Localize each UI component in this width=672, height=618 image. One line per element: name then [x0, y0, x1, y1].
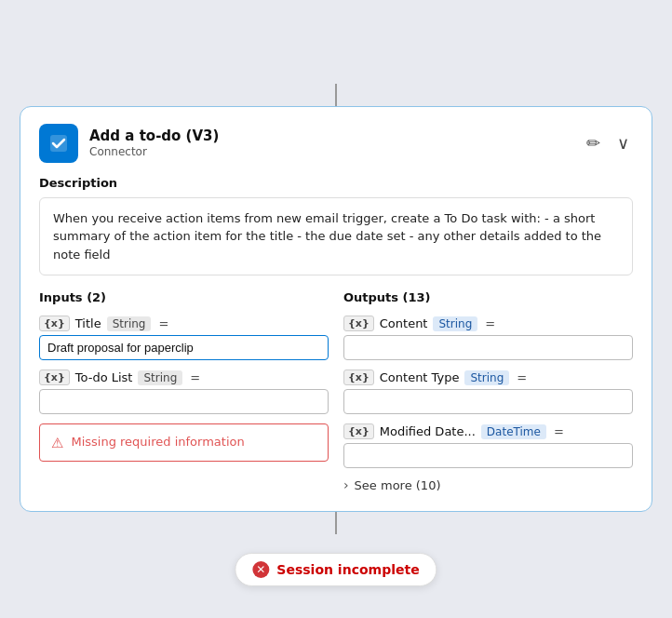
- session-error-icon: ✕: [252, 561, 269, 578]
- connector-title: Add a to-do (V3): [89, 128, 219, 144]
- see-more-button[interactable]: › See more (10): [343, 477, 633, 492]
- see-more-label: See more (10): [355, 478, 441, 492]
- outputs-label: Outputs (13): [343, 290, 633, 304]
- input-title-tag-row: {x} Title String =: [39, 316, 329, 331]
- connector-card: Add a to-do (V3) Connector ✏ ∨ Descripti…: [20, 106, 652, 513]
- header-left: Add a to-do (V3) Connector: [39, 124, 219, 163]
- output-contenttype-tag-row: {x} Content Type String =: [343, 369, 633, 385]
- output-moddate-value[interactable]: [343, 443, 633, 468]
- output-contenttype-value[interactable]: [343, 389, 633, 414]
- card-wrapper: Add a to-do (V3) Connector ✏ ∨ Descripti…: [20, 84, 652, 535]
- input-title-value[interactable]: [39, 335, 329, 360]
- output-content-icon: {x}: [343, 316, 374, 331]
- description-box: When you receive action items from new e…: [39, 197, 633, 276]
- input-todolist-name: To-do List: [75, 370, 133, 384]
- input-title-icon: {x}: [39, 316, 70, 331]
- output-moddate-icon: {x}: [343, 423, 374, 439]
- output-contenttype-equals: =: [517, 370, 527, 384]
- output-contenttype-type: String: [464, 370, 509, 385]
- collapse-button[interactable]: ∨: [613, 133, 633, 154]
- inputs-label: Inputs (2): [39, 290, 329, 304]
- session-text: Session incomplete: [276, 562, 419, 577]
- outputs-column: Outputs (13) {x} Content String = {x}: [343, 290, 633, 492]
- session-badge: ✕ Session incomplete: [235, 553, 437, 586]
- input-title-field: {x} Title String =: [39, 316, 329, 360]
- input-title-equals: =: [158, 316, 168, 330]
- output-moddate-equals: =: [554, 424, 564, 438]
- error-box: ⚠ Missing required information: [39, 423, 329, 462]
- input-title-type: String: [107, 316, 152, 331]
- input-todolist-tag-row: {x} To-do List String =: [39, 369, 329, 385]
- edit-button[interactable]: ✏: [583, 133, 604, 154]
- io-row: Inputs (2) {x} Title String = {x} To-: [39, 290, 633, 492]
- output-content-type: String: [433, 316, 477, 331]
- todo-icon: [47, 132, 70, 154]
- connector-icon: [39, 124, 78, 163]
- output-moddate-field: {x} Modified Date... DateTime =: [343, 423, 633, 468]
- connector-info: Add a to-do (V3) Connector: [89, 128, 219, 158]
- output-content-value[interactable]: [343, 335, 633, 360]
- input-todolist-icon: {x}: [39, 369, 70, 385]
- output-moddate-name: Modified Date...: [380, 424, 476, 438]
- output-contenttype-icon: {x}: [343, 369, 374, 385]
- chevron-right-icon: ›: [343, 477, 349, 492]
- inputs-column: Inputs (2) {x} Title String = {x} To-: [39, 290, 329, 492]
- card-header: Add a to-do (V3) Connector ✏ ∨: [39, 124, 633, 163]
- input-title-name: Title: [75, 316, 101, 330]
- connector-subtitle: Connector: [89, 145, 219, 158]
- output-content-tag-row: {x} Content String =: [343, 316, 633, 331]
- output-moddate-tag-row: {x} Modified Date... DateTime =: [343, 423, 633, 439]
- output-contenttype-field: {x} Content Type String =: [343, 369, 633, 414]
- header-right: ✏ ∨: [583, 133, 633, 154]
- output-moddate-type: DateTime: [481, 424, 546, 439]
- output-content-equals: =: [485, 316, 495, 330]
- top-connector-line: [335, 84, 337, 106]
- input-todolist-equals: =: [190, 370, 200, 384]
- output-content-name: Content: [380, 316, 428, 330]
- output-contenttype-name: Content Type: [380, 370, 460, 384]
- bottom-connector-line: [335, 512, 337, 534]
- error-text: Missing required information: [71, 434, 244, 450]
- output-content-field: {x} Content String =: [343, 316, 633, 360]
- description-label: Description: [39, 176, 633, 190]
- input-todolist-field: {x} To-do List String =: [39, 369, 329, 414]
- input-todolist-value[interactable]: [39, 389, 329, 414]
- input-todolist-type: String: [138, 370, 182, 385]
- error-icon: ⚠: [51, 435, 63, 451]
